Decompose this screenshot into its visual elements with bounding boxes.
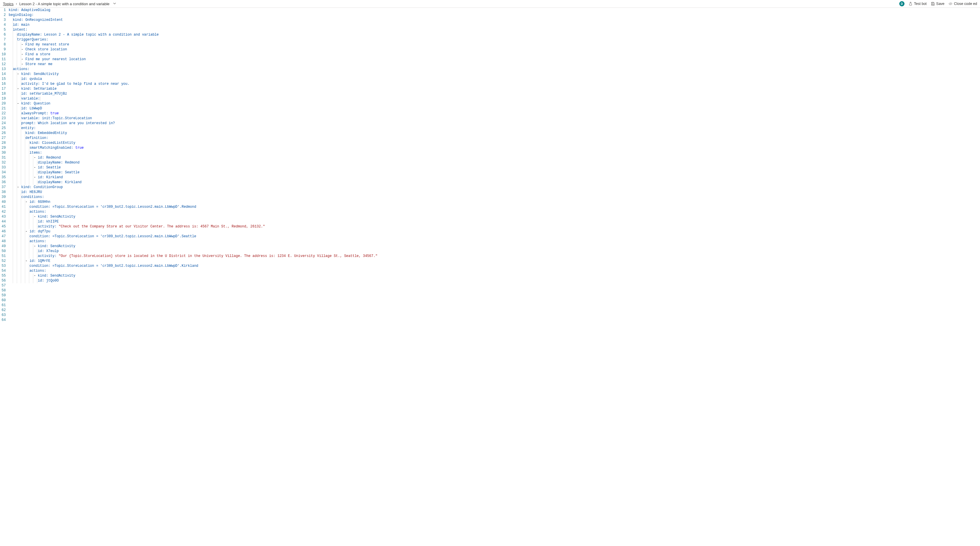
- code-line[interactable]: - id: 6G9Hhn: [9, 200, 980, 205]
- code-line[interactable]: triggerQueries:: [9, 37, 980, 42]
- code-line[interactable]: - kind: SetVariable: [9, 86, 980, 91]
- line-number: 9: [0, 47, 6, 52]
- chevron-down-icon[interactable]: [112, 2, 118, 6]
- line-number: 46: [0, 229, 6, 234]
- save-icon: [931, 2, 935, 6]
- code-line[interactable]: - id: Redmond: [9, 155, 980, 160]
- code-line[interactable]: id: HE6JRU: [9, 190, 980, 195]
- line-number: 61: [0, 303, 6, 308]
- line-number: 36: [0, 180, 6, 185]
- code-line[interactable]: definition:: [9, 136, 980, 141]
- code-editor[interactable]: 1234567891011121314151617181920212223242…: [0, 8, 980, 546]
- code-line[interactable]: kind: OnRecognizedIntent: [9, 18, 980, 22]
- flask-icon: [908, 2, 913, 6]
- code-content[interactable]: kind: AdaptiveDialogbeginDialog: kind: O…: [8, 8, 980, 323]
- code-line[interactable]: condition: =Topic.StoreLocation = 'cr389…: [9, 264, 980, 269]
- code-line[interactable]: id: jtQo0O: [9, 279, 980, 283]
- code-line[interactable]: - id: Seattle: [9, 165, 980, 170]
- line-number: 17: [0, 86, 6, 91]
- code-line[interactable]: - Find a store: [9, 52, 980, 57]
- code-line[interactable]: id: khIIPE: [9, 219, 980, 224]
- code-line[interactable]: - Find my nearest store: [9, 42, 980, 47]
- line-number: 52: [0, 259, 6, 264]
- code-line[interactable]: actions:: [9, 67, 980, 72]
- line-number: 63: [0, 313, 6, 318]
- code-line[interactable]: - id: dqf7pu: [9, 229, 980, 234]
- line-number: 64: [0, 318, 6, 323]
- code-line[interactable]: id: qvduia: [9, 77, 980, 81]
- code-line[interactable]: - kind: SendActivity: [9, 72, 980, 77]
- code-line[interactable]: conditions:: [9, 195, 980, 200]
- code-line[interactable]: variable:: [9, 96, 980, 101]
- code-line[interactable]: items:: [9, 150, 980, 155]
- line-number: 38: [0, 190, 6, 195]
- avatar[interactable]: D: [899, 1, 904, 6]
- line-number: 43: [0, 215, 6, 219]
- code-line[interactable]: - kind: Question: [9, 101, 980, 106]
- line-number: 3: [0, 18, 6, 22]
- line-number: 19: [0, 96, 6, 101]
- code-line[interactable]: id: main: [9, 22, 980, 27]
- line-number: 28: [0, 141, 6, 146]
- code-line[interactable]: - Find me your nearest location: [9, 57, 980, 62]
- line-number: 51: [0, 254, 6, 259]
- code-line[interactable]: prompt: Which location are you intereste…: [9, 121, 980, 126]
- code-line[interactable]: condition: =Topic.StoreLocation = 'cr389…: [9, 234, 980, 239]
- save-label: Save: [936, 2, 945, 6]
- line-number: 11: [0, 57, 6, 62]
- code-line[interactable]: activity: "Our {Topic.StoreLocation} sto…: [9, 254, 980, 259]
- code-line[interactable]: variable: init:Topic.StoreLocation: [9, 116, 980, 121]
- code-line[interactable]: actions:: [9, 239, 980, 244]
- line-number: 2: [0, 13, 6, 18]
- code-line[interactable]: smartMatchingEnabled: true: [9, 146, 980, 150]
- code-line[interactable]: kind: ClosedListEntity: [9, 141, 980, 146]
- line-number: 14: [0, 72, 6, 77]
- code-line[interactable]: displayName: Seattle: [9, 170, 980, 175]
- line-number: 32: [0, 160, 6, 165]
- code-line[interactable]: - kind: SendActivity: [9, 215, 980, 219]
- breadcrumb-current: Lesson 2 - A simple topic with a conditi…: [19, 2, 109, 6]
- code-line[interactable]: - id: 1QMrFE: [9, 259, 980, 264]
- code-line[interactable]: - id: Kirkland: [9, 175, 980, 180]
- code-line[interactable]: kind: AdaptiveDialog: [9, 8, 980, 13]
- code-line[interactable]: kind: EmbeddedEntity: [9, 131, 980, 136]
- code-line[interactable]: actions:: [9, 269, 980, 274]
- code-line[interactable]: displayName: Redmond: [9, 160, 980, 165]
- close-code-editor-button[interactable]: Close code ed: [948, 2, 977, 6]
- line-number: 1: [0, 8, 6, 13]
- line-number: 59: [0, 293, 6, 298]
- code-line[interactable]: - kind: SendActivity: [9, 274, 980, 279]
- topbar: Topics › Lesson 2 - A simple topic with …: [0, 0, 980, 8]
- line-number: 18: [0, 91, 6, 96]
- line-number: 34: [0, 170, 6, 175]
- code-icon: [948, 2, 953, 6]
- code-line[interactable]: - Check store location: [9, 47, 980, 52]
- code-line[interactable]: displayName: Kirkland: [9, 180, 980, 185]
- test-bot-label: Test bot: [914, 2, 927, 6]
- code-line[interactable]: - Store near me: [9, 62, 980, 67]
- code-line[interactable]: alwaysPrompt: true: [9, 111, 980, 116]
- line-number: 16: [0, 81, 6, 86]
- code-line[interactable]: displayName: Lesson 2 - A simple topic w…: [9, 32, 980, 37]
- code-line[interactable]: - kind: SendActivity: [9, 244, 980, 249]
- code-line[interactable]: activity: I'd be glad to help find a sto…: [9, 81, 980, 86]
- test-bot-button[interactable]: Test bot: [908, 2, 927, 6]
- line-number: 8: [0, 42, 6, 47]
- code-line[interactable]: id: X7eulp: [9, 249, 980, 254]
- breadcrumb-root-link[interactable]: Topics: [3, 2, 14, 6]
- line-number: 23: [0, 116, 6, 121]
- line-number: 6: [0, 32, 6, 37]
- code-line[interactable]: condition: =Topic.StoreLocation = 'cr389…: [9, 205, 980, 210]
- line-number: 53: [0, 264, 6, 269]
- save-button[interactable]: Save: [931, 2, 945, 6]
- code-line[interactable]: activity: "Check out the Company Store a…: [9, 224, 980, 229]
- code-line[interactable]: beginDialog:: [9, 13, 980, 18]
- topbar-actions: D Test bot Save Close code ed: [899, 1, 977, 6]
- code-line[interactable]: actions:: [9, 210, 980, 215]
- line-number: 31: [0, 155, 6, 160]
- code-line[interactable]: intent:: [9, 27, 980, 32]
- code-line[interactable]: id: LbWwpD: [9, 106, 980, 111]
- code-line[interactable]: - kind: ConditionGroup: [9, 185, 980, 190]
- code-line[interactable]: id: setVariable_M7UjBz: [9, 91, 980, 96]
- code-line[interactable]: entity:: [9, 126, 980, 131]
